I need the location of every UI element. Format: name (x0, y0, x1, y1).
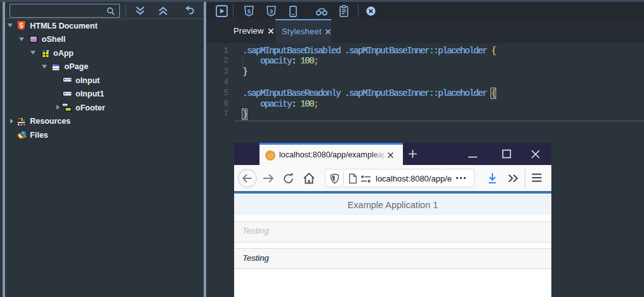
svg-text:5: 5 (20, 22, 23, 29)
svg-text:5: 5 (247, 8, 251, 15)
svg-text:3: 3 (270, 8, 273, 15)
